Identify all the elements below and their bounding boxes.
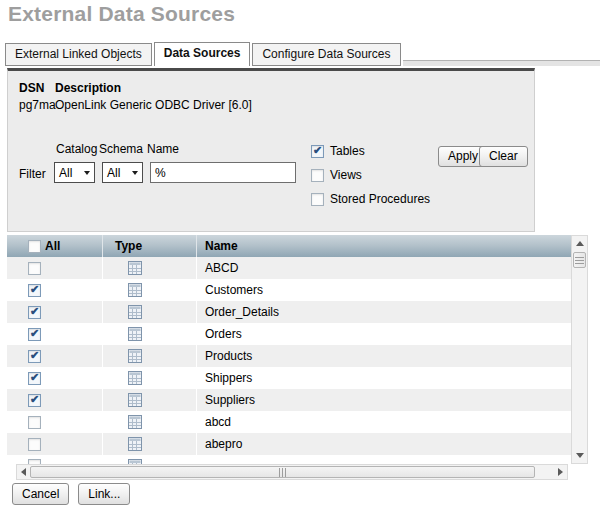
chevron-down-icon [84, 171, 90, 175]
row-checkbox[interactable] [28, 328, 41, 341]
table-icon [128, 393, 142, 407]
description-value: OpenLink Generic ODBC Driver [6.0] [55, 98, 252, 112]
row-checkbox[interactable] [28, 416, 41, 429]
tab-strip-baseline [403, 60, 600, 66]
table-icon [128, 305, 142, 319]
row-checkbox[interactable] [28, 284, 41, 297]
tab-configure-data-sources[interactable]: Configure Data Sources [252, 43, 400, 66]
grip-icon [575, 257, 584, 264]
row-name: Suppliers [197, 389, 571, 411]
page-title: External Data Sources [8, 2, 235, 26]
table-row-partial[interactable] [7, 455, 571, 464]
row-name: Shippers [197, 367, 571, 389]
footer-actions: Cancel Link... [12, 483, 130, 505]
table-row[interactable]: Suppliers [7, 389, 571, 411]
arrow-left-icon [21, 468, 26, 476]
type-filter-checkbox[interactable] [311, 145, 324, 158]
table-row[interactable]: Orders [7, 323, 571, 345]
type-filter-checkbox[interactable] [311, 169, 324, 182]
row-checkbox[interactable] [28, 306, 41, 319]
dsn-filter-panel: DSN Description pg7ma OpenLink Generic O… [7, 68, 535, 232]
scroll-right-button[interactable] [554, 465, 567, 479]
catalog-label: Catalog [56, 142, 97, 156]
row-name: ABCD [197, 257, 571, 279]
horizontal-scrollbar-thumb[interactable] [30, 466, 535, 478]
description-column-header: Description [55, 81, 121, 95]
dsn-column-header: DSN [19, 81, 44, 95]
row-checkbox[interactable] [28, 262, 41, 275]
arrow-up-icon [576, 241, 584, 246]
results-grid: All Type Name ABCD [7, 235, 588, 480]
table-row[interactable]: abcd [7, 411, 571, 433]
catalog-select[interactable]: All [54, 162, 95, 183]
link-button[interactable]: Link... [78, 483, 130, 505]
table-row[interactable]: Order_Details [7, 301, 571, 323]
type-filter-option-label: Views [330, 168, 362, 182]
table-icon [128, 371, 142, 385]
table-icon [128, 415, 142, 429]
schema-select-value: All [107, 166, 120, 180]
table-row[interactable]: ABCD [7, 257, 571, 279]
vertical-scrollbar-thumb[interactable] [573, 252, 586, 268]
table-body: ABCD Customers [7, 257, 571, 464]
table-icon [128, 283, 142, 297]
grip-icon [279, 468, 286, 477]
cancel-button[interactable]: Cancel [12, 483, 69, 505]
table-icon [128, 327, 142, 341]
name-filter-input[interactable] [150, 162, 296, 183]
chevron-down-icon [132, 171, 138, 175]
tab-external-linked-objects[interactable]: External Linked Objects [5, 43, 152, 66]
row-checkbox[interactable] [28, 394, 41, 407]
scroll-down-button[interactable] [572, 448, 587, 463]
type-filter-option[interactable]: Stored Procedures [311, 192, 430, 206]
column-header-type: Type [103, 235, 197, 257]
row-name: Orders [197, 323, 571, 345]
column-header-all: All [45, 239, 60, 253]
select-all-checkbox[interactable] [28, 240, 41, 253]
tab-strip: External Linked Objects Data Sources Con… [5, 40, 600, 66]
table-header-row: All Type Name [7, 235, 571, 257]
row-name: Customers [197, 279, 571, 301]
table-row[interactable]: abepro [7, 433, 571, 455]
tab-data-sources[interactable]: Data Sources [154, 42, 251, 66]
row-name: abcd [197, 411, 571, 433]
catalog-select-value: All [59, 166, 72, 180]
object-type-filter-group: Tables Views Stored Procedures [311, 144, 430, 216]
row-name [197, 455, 571, 464]
table-icon [128, 437, 142, 451]
table-row[interactable]: Customers [7, 279, 571, 301]
arrow-down-icon [576, 453, 584, 458]
vertical-scrollbar[interactable] [571, 235, 588, 464]
type-filter-option[interactable]: Tables [311, 144, 430, 158]
name-label: Name [147, 142, 179, 156]
type-filter-option-label: Tables [330, 144, 365, 158]
type-filter-option[interactable]: Views [311, 168, 430, 182]
dsn-value: pg7ma [19, 98, 56, 112]
row-checkbox[interactable] [28, 438, 41, 451]
column-header-name: Name [197, 235, 571, 257]
type-filter-checkbox[interactable] [311, 193, 324, 206]
table-icon [128, 349, 142, 363]
table-icon [128, 261, 142, 275]
row-checkbox[interactable] [28, 350, 41, 363]
type-filter-option-label: Stored Procedures [330, 192, 430, 206]
horizontal-scrollbar[interactable] [16, 464, 568, 480]
row-name: abepro [197, 433, 571, 455]
row-checkbox[interactable] [28, 372, 41, 385]
schema-label: Schema [99, 142, 143, 156]
row-name: Products [197, 345, 571, 367]
arrow-right-icon [558, 468, 563, 476]
clear-button[interactable]: Clear [479, 146, 528, 167]
schema-select[interactable]: All [102, 162, 143, 183]
filter-label: Filter [19, 167, 46, 181]
table-row[interactable]: Shippers [7, 367, 571, 389]
scroll-left-button[interactable] [17, 465, 30, 479]
scroll-up-button[interactable] [572, 236, 587, 251]
table-row[interactable]: Products [7, 345, 571, 367]
row-name: Order_Details [197, 301, 571, 323]
